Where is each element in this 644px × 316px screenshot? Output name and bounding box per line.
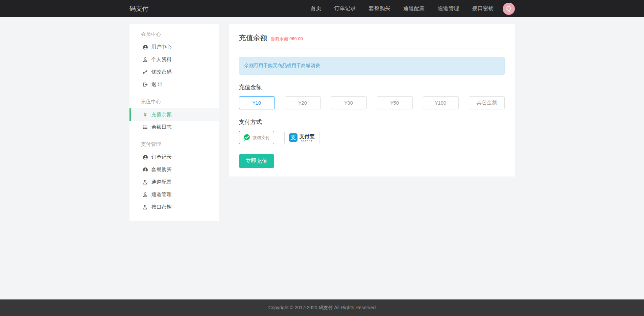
wechat-pay-label: 微信支付 (253, 135, 270, 141)
alipay-sub-label: ALIPAY (301, 139, 313, 142)
sidebar-item-balance-log[interactable]: 余额日志 (129, 121, 219, 133)
payment-heading: 支付方式 (239, 118, 505, 126)
info-alert: 余额可用于购买商品或用于商城消费 (239, 57, 505, 75)
main-container: 会员中心 用户中心 个人资料 修改密码 (129, 24, 515, 221)
sidebar-item-label: 接口密钥 (151, 204, 172, 210)
sidebar-item-label: 个人资料 (151, 56, 172, 63)
sidebar-item-label: 套餐购买 (151, 166, 172, 173)
amount-option-50[interactable]: ¥50 (377, 96, 413, 109)
sidebar-section-recharge-center: 充值中心 ¥ 充值余额 余额日志 (129, 95, 219, 133)
wechat-pay-icon (243, 134, 251, 141)
top-navbar: 码支付 首页 订单记录 套餐购买 通道配置 通道管理 接口密钥 Q (0, 0, 644, 17)
yen-icon: ¥ (142, 112, 148, 117)
user-icon (142, 57, 148, 62)
nav-links: 首页 订单记录 套餐购买 通道配置 通道管理 接口密钥 Q (298, 3, 515, 15)
user-icon (142, 192, 148, 197)
nav-item-api-key[interactable]: 接口密钥 (472, 5, 494, 12)
amount-option-100[interactable]: ¥100 (423, 96, 459, 109)
payment-options: 微信支付 支 支付宝 ALIPAY (239, 131, 505, 144)
sidebar-item-channel-manage[interactable]: 通道管理 (129, 188, 219, 201)
amount-heading: 充值金额 (239, 83, 505, 91)
sidebar-item-label: 余额日志 (151, 124, 172, 130)
user-circle-icon (142, 167, 148, 173)
copyright-text: Copyright © 2017-2020 码支付 All Rights Res… (268, 305, 376, 311)
sign-out-icon (142, 82, 148, 87)
alipay-label-group: 支付宝 ALIPAY (300, 134, 315, 142)
alipay-icon: 支 (289, 133, 297, 142)
amount-option-10[interactable]: ¥10 (239, 96, 275, 109)
recharge-now-button[interactable]: 立即充值 (239, 154, 274, 168)
nav-item-package-purchase[interactable]: 套餐购买 (369, 5, 390, 12)
current-balance: 当前余额:969.00 (271, 36, 303, 42)
sidebar-section-title: 充值中心 (129, 95, 219, 108)
list-icon (142, 125, 148, 130)
sidebar-item-package-purchase[interactable]: 套餐购买 (129, 163, 219, 176)
amount-option-30[interactable]: ¥30 (331, 96, 367, 109)
sidebar-item-channel-config[interactable]: 通道配置 (129, 176, 219, 188)
sidebar-item-recharge-balance[interactable]: ¥ 充值余额 (129, 108, 219, 121)
sidebar-item-label: 通道管理 (151, 191, 172, 198)
brand-logo[interactable]: 码支付 (129, 4, 149, 13)
payment-option-wechat[interactable]: 微信支付 (239, 131, 274, 144)
recharge-panel: 充值余额 当前余额:969.00 余额可用于购买商品或用于商城消费 充值金额 ¥… (229, 24, 515, 177)
panel-body: 余额可用于购买商品或用于商城消费 充值金额 ¥10 ¥20 ¥30 ¥50 ¥1… (229, 57, 515, 168)
amount-options: ¥10 ¥20 ¥30 ¥50 ¥100 其它金额 (239, 96, 505, 109)
nav-item-channel-manage[interactable]: 通道管理 (438, 5, 459, 12)
page-content: 会员中心 用户中心 个人资料 修改密码 (0, 17, 644, 299)
sidebar-item-label: 充值余额 (151, 111, 172, 118)
sidebar-item-api-key[interactable]: 接口密钥 (129, 201, 219, 213)
key-icon (142, 70, 148, 75)
sidebar-item-order-records[interactable]: 订单记录 (129, 151, 219, 163)
amount-option-custom[interactable]: 其它金额 (469, 96, 505, 109)
user-circle-icon (142, 155, 148, 160)
sidebar-section-title: 支付管理 (129, 138, 219, 151)
sidebar-item-label: 修改密码 (151, 69, 172, 75)
amount-option-20[interactable]: ¥20 (285, 96, 321, 109)
alipay-label: 支付宝 (300, 134, 315, 139)
sidebar-item-change-password[interactable]: 修改密码 (129, 66, 219, 78)
sidebar-section-member-center: 会员中心 用户中心 个人资料 修改密码 (129, 28, 219, 91)
sidebar-item-user-center[interactable]: 用户中心 (129, 41, 219, 53)
nav-item-channel-config[interactable]: 通道配置 (403, 5, 425, 12)
sidebar-item-label: 用户中心 (151, 44, 172, 50)
sidebar-item-label: 退 出 (151, 81, 163, 88)
sidebar-item-label: 订单记录 (151, 154, 172, 160)
sidebar-section-title: 会员中心 (129, 28, 219, 41)
sidebar-item-logout[interactable]: 退 出 (129, 78, 219, 91)
nav-item-home[interactable]: 首页 (311, 5, 321, 12)
user-circle-icon (142, 45, 148, 50)
navbar-container: 码支付 首页 订单记录 套餐购买 通道配置 通道管理 接口密钥 Q (129, 0, 515, 17)
panel-header: 充值余额 当前余额:969.00 (239, 24, 505, 49)
user-icon (142, 205, 148, 210)
nav-item-order-records[interactable]: 订单记录 (334, 5, 356, 12)
sidebar-section-payment-manage: 支付管理 订单记录 套餐购买 通道配置 (129, 138, 219, 213)
sidebar-item-label: 通道配置 (151, 179, 172, 185)
page-title: 充值余额 (239, 33, 267, 43)
sidebar: 会员中心 用户中心 个人资料 修改密码 (129, 24, 219, 221)
user-icon (142, 180, 148, 185)
page-footer: Copyright © 2017-2020 码支付 All Rights Res… (0, 299, 644, 316)
sidebar-item-profile[interactable]: 个人资料 (129, 53, 219, 66)
payment-option-alipay[interactable]: 支 支付宝 ALIPAY (284, 131, 319, 144)
avatar[interactable]: Q (503, 3, 515, 15)
